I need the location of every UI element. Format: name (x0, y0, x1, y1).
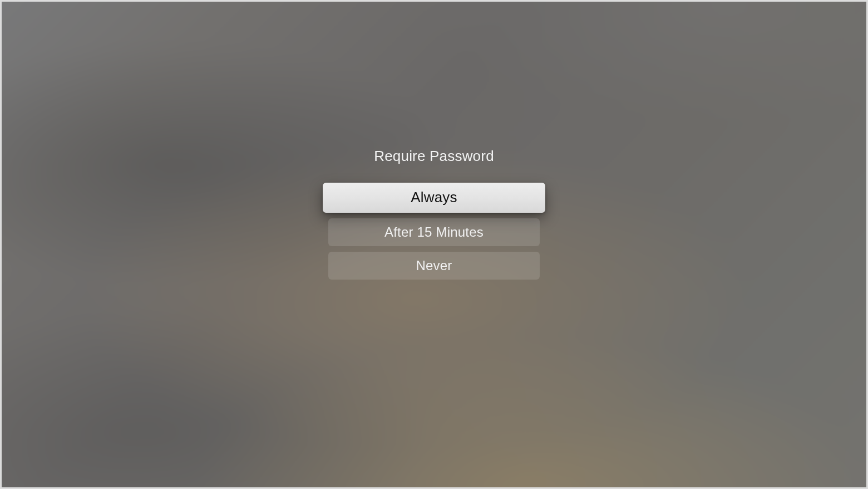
option-always[interactable]: Always (323, 183, 545, 213)
dialog-container: Require Password Always After 15 Minutes… (0, 0, 868, 489)
option-label: After 15 Minutes (384, 224, 484, 240)
options-list: Always After 15 Minutes Never (323, 183, 545, 280)
require-password-dialog: Require Password Always After 15 Minutes… (323, 148, 545, 280)
option-label: Always (411, 189, 457, 206)
option-label: Never (416, 258, 452, 273)
dialog-title: Require Password (374, 148, 494, 165)
option-after-15-minutes[interactable]: After 15 Minutes (328, 218, 540, 246)
option-never[interactable]: Never (328, 252, 540, 280)
